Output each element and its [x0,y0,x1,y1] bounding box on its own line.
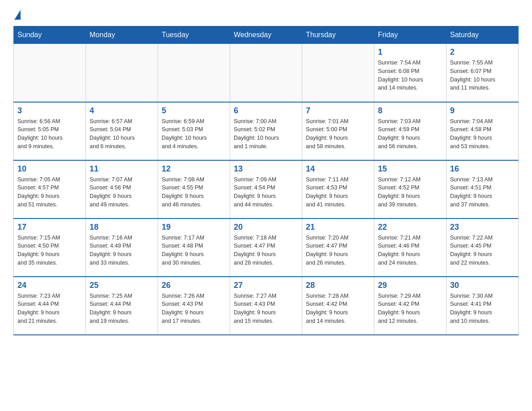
calendar-day-cell [86,44,158,102]
day-number: 29 [378,281,442,290]
calendar-day-cell: 27Sunrise: 7:27 AM Sunset: 4:43 PM Dayli… [230,277,302,335]
day-info: Sunrise: 7:00 AM Sunset: 5:02 PM Dayligh… [234,117,298,151]
calendar-day-cell: 12Sunrise: 7:08 AM Sunset: 4:55 PM Dayli… [158,160,230,218]
calendar-day-cell: 21Sunrise: 7:20 AM Sunset: 4:47 PM Dayli… [302,218,374,277]
calendar-day-cell [14,44,86,102]
day-info: Sunrise: 7:07 AM Sunset: 4:56 PM Dayligh… [90,176,154,209]
calendar-day-cell: 18Sunrise: 7:16 AM Sunset: 4:49 PM Dayli… [86,218,158,277]
day-info: Sunrise: 7:08 AM Sunset: 4:55 PM Dayligh… [162,176,226,209]
day-info: Sunrise: 7:01 AM Sunset: 5:00 PM Dayligh… [306,117,370,151]
logo-text [13,9,21,19]
day-info: Sunrise: 7:11 AM Sunset: 4:53 PM Dayligh… [306,176,370,209]
day-number: 3 [17,106,82,116]
day-info: Sunrise: 7:20 AM Sunset: 4:47 PM Dayligh… [306,234,370,267]
day-number: 15 [378,164,442,174]
calendar-day-cell [230,44,302,102]
calendar-week-row: 17Sunrise: 7:15 AM Sunset: 4:50 PM Dayli… [14,218,519,277]
calendar-day-cell: 17Sunrise: 7:15 AM Sunset: 4:50 PM Dayli… [14,218,86,277]
day-number: 25 [90,281,154,290]
calendar-table: SundayMondayTuesdayWednesdayThursdayFrid… [13,26,519,335]
day-info: Sunrise: 7:03 AM Sunset: 4:59 PM Dayligh… [378,117,442,151]
calendar-body: 1Sunrise: 7:54 AM Sunset: 6:08 PM Daylig… [14,44,519,335]
calendar-week-row: 24Sunrise: 7:23 AM Sunset: 4:44 PM Dayli… [14,277,519,335]
day-number: 23 [450,223,515,232]
calendar-day-cell: 30Sunrise: 7:30 AM Sunset: 4:41 PM Dayli… [446,277,519,335]
day-of-week-header: Saturday [446,26,519,44]
day-info: Sunrise: 7:05 AM Sunset: 4:57 PM Dayligh… [17,176,82,209]
calendar-week-row: 10Sunrise: 7:05 AM Sunset: 4:57 PM Dayli… [14,160,519,218]
day-number: 4 [90,106,154,116]
day-info: Sunrise: 7:26 AM Sunset: 4:43 PM Dayligh… [162,292,226,325]
day-number: 8 [378,106,442,116]
day-number: 22 [378,223,442,232]
day-info: Sunrise: 7:55 AM Sunset: 6:07 PM Dayligh… [450,59,515,92]
day-number: 19 [162,223,226,232]
day-info: Sunrise: 7:18 AM Sunset: 4:47 PM Dayligh… [234,234,298,267]
day-info: Sunrise: 6:56 AM Sunset: 5:05 PM Dayligh… [17,117,82,151]
day-of-week-header: Friday [374,26,446,44]
day-info: Sunrise: 7:04 AM Sunset: 4:58 PM Dayligh… [450,117,515,151]
logo-triangle-icon [14,10,21,20]
calendar-day-cell: 24Sunrise: 7:23 AM Sunset: 4:44 PM Dayli… [14,277,86,335]
day-number: 14 [306,164,370,174]
page-header [13,9,519,17]
calendar-day-cell: 20Sunrise: 7:18 AM Sunset: 4:47 PM Dayli… [230,218,302,277]
day-number: 2 [450,47,515,57]
day-info: Sunrise: 7:21 AM Sunset: 4:46 PM Dayligh… [378,234,442,267]
day-info: Sunrise: 7:30 AM Sunset: 4:41 PM Dayligh… [450,292,515,325]
day-info: Sunrise: 7:09 AM Sunset: 4:54 PM Dayligh… [234,176,298,209]
day-number: 13 [234,164,298,174]
calendar-day-cell: 9Sunrise: 7:04 AM Sunset: 4:58 PM Daylig… [446,102,519,160]
day-number: 7 [306,106,370,116]
day-info: Sunrise: 7:22 AM Sunset: 4:45 PM Dayligh… [450,234,515,267]
calendar-day-cell: 28Sunrise: 7:28 AM Sunset: 4:42 PM Dayli… [302,277,374,335]
calendar-day-cell: 26Sunrise: 7:26 AM Sunset: 4:43 PM Dayli… [158,277,230,335]
calendar-header: SundayMondayTuesdayWednesdayThursdayFrid… [14,26,519,44]
day-info: Sunrise: 6:57 AM Sunset: 5:04 PM Dayligh… [90,117,154,151]
day-info: Sunrise: 7:29 AM Sunset: 4:42 PM Dayligh… [378,292,442,325]
day-number: 6 [234,106,298,116]
logo [13,9,21,17]
calendar-day-cell: 13Sunrise: 7:09 AM Sunset: 4:54 PM Dayli… [230,160,302,218]
day-info: Sunrise: 7:16 AM Sunset: 4:49 PM Dayligh… [90,234,154,267]
calendar-day-cell: 4Sunrise: 6:57 AM Sunset: 5:04 PM Daylig… [86,102,158,160]
day-of-week-header: Wednesday [230,26,302,44]
calendar-day-cell: 14Sunrise: 7:11 AM Sunset: 4:53 PM Dayli… [302,160,374,218]
day-number: 21 [306,223,370,232]
day-info: Sunrise: 6:59 AM Sunset: 5:03 PM Dayligh… [162,117,226,151]
calendar-day-cell [302,44,374,102]
day-number: 30 [450,281,515,290]
day-info: Sunrise: 7:15 AM Sunset: 4:50 PM Dayligh… [17,234,82,267]
calendar-day-cell: 10Sunrise: 7:05 AM Sunset: 4:57 PM Dayli… [14,160,86,218]
calendar-day-cell: 2Sunrise: 7:55 AM Sunset: 6:07 PM Daylig… [446,44,519,102]
calendar-day-cell: 7Sunrise: 7:01 AM Sunset: 5:00 PM Daylig… [302,102,374,160]
calendar-day-cell: 3Sunrise: 6:56 AM Sunset: 5:05 PM Daylig… [14,102,86,160]
calendar-day-cell: 8Sunrise: 7:03 AM Sunset: 4:59 PM Daylig… [374,102,446,160]
calendar-week-row: 1Sunrise: 7:54 AM Sunset: 6:08 PM Daylig… [14,44,519,102]
day-of-week-header: Tuesday [158,26,230,44]
day-info: Sunrise: 7:54 AM Sunset: 6:08 PM Dayligh… [378,59,442,92]
calendar-day-cell: 15Sunrise: 7:12 AM Sunset: 4:52 PM Dayli… [374,160,446,218]
calendar-day-cell: 25Sunrise: 7:25 AM Sunset: 4:44 PM Dayli… [86,277,158,335]
calendar-day-cell: 29Sunrise: 7:29 AM Sunset: 4:42 PM Dayli… [374,277,446,335]
calendar-day-cell: 11Sunrise: 7:07 AM Sunset: 4:56 PM Dayli… [86,160,158,218]
day-number: 9 [450,106,515,116]
calendar-day-cell: 5Sunrise: 6:59 AM Sunset: 5:03 PM Daylig… [158,102,230,160]
day-number: 5 [162,106,226,116]
day-number: 10 [17,164,82,174]
day-number: 12 [162,164,226,174]
day-info: Sunrise: 7:13 AM Sunset: 4:51 PM Dayligh… [450,176,515,209]
day-number: 11 [90,164,154,174]
day-of-week-header: Sunday [14,26,86,44]
calendar-day-cell: 22Sunrise: 7:21 AM Sunset: 4:46 PM Dayli… [374,218,446,277]
day-info: Sunrise: 7:23 AM Sunset: 4:44 PM Dayligh… [17,292,82,325]
day-number: 27 [234,281,298,290]
calendar-day-cell: 1Sunrise: 7:54 AM Sunset: 6:08 PM Daylig… [374,44,446,102]
calendar-day-cell: 16Sunrise: 7:13 AM Sunset: 4:51 PM Dayli… [446,160,519,218]
day-number: 28 [306,281,370,290]
day-number: 18 [90,223,154,232]
day-number: 1 [378,47,442,57]
day-number: 24 [17,281,82,290]
day-number: 17 [17,223,82,232]
day-number: 20 [234,223,298,232]
